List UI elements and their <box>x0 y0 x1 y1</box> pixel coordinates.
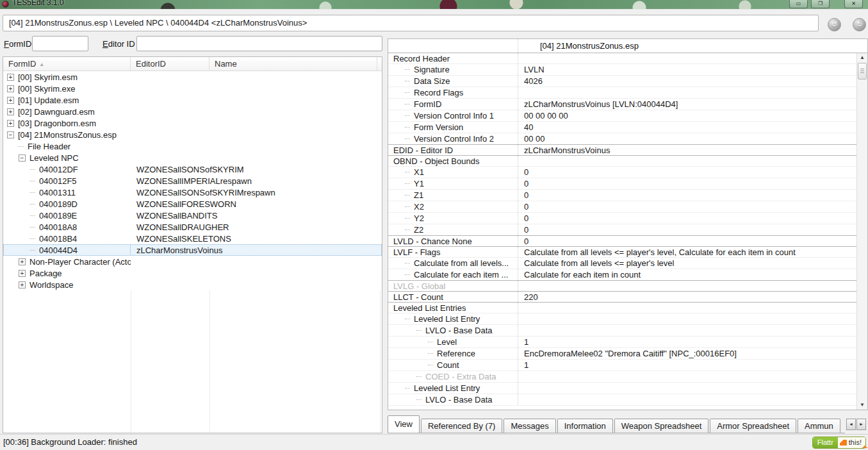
record-field-value[interactable] <box>518 371 867 382</box>
record-row[interactable]: Calculate from all levels...Calculate fr… <box>388 258 867 269</box>
tree-row[interactable]: 040018A8WZONESallDRAUGHER <box>3 221 382 233</box>
tree-row[interactable]: +Non-Player Character (Actor) <box>3 256 382 267</box>
record-scrollbar[interactable]: ▲ ▼ <box>856 53 867 410</box>
record-field-value[interactable] <box>518 87 867 98</box>
record-field-value[interactable]: 0 <box>518 190 867 201</box>
tree-row[interactable]: 040012F5WZONESallIMPERIALrespawn <box>3 175 382 187</box>
record-field-value[interactable]: 0 <box>518 167 867 178</box>
scroll-up-icon[interactable]: ▲ <box>857 54 867 60</box>
record-row[interactable]: EDID - Editor IDzLCharMonstrusVoinus <box>388 144 867 156</box>
collapse-icon[interactable]: − <box>7 131 14 138</box>
record-plugin-column-header[interactable]: [04] 21MonstrusZonus.esp <box>518 39 867 53</box>
flattr-button[interactable]: Flattr this! <box>812 437 866 449</box>
record-field-value[interactable]: Calculate from all levels <= player's le… <box>518 258 867 269</box>
record-row[interactable]: ReferenceEncDremoraMelee02 "Dremora Cait… <box>388 348 867 360</box>
record-field-value[interactable]: 0 <box>518 236 867 246</box>
tree-row[interactable]: +[00] Skyrim.esm <box>3 71 382 83</box>
column-header-editorid[interactable]: EditorID <box>131 57 209 71</box>
record-field-value[interactable] <box>518 156 867 166</box>
tab-referenced-by-7[interactable]: Referenced By (7) <box>421 419 503 433</box>
tab-scroll-left-icon[interactable]: ◄ <box>846 419 856 430</box>
record-field-value[interactable] <box>518 303 867 313</box>
tab-ammun[interactable]: Ammun <box>798 419 840 433</box>
tree-row[interactable]: +Worldspace <box>3 279 382 290</box>
record-field-value[interactable]: Calculate for each item in count <box>518 269 867 280</box>
tab-messages[interactable]: Messages <box>504 419 555 433</box>
tab-armor-spreadsheet[interactable]: Armor Spreadsheet <box>710 419 796 433</box>
expand-icon[interactable]: + <box>7 120 14 127</box>
record-field-value[interactable]: Calculate from all levels <= player's le… <box>518 247 867 257</box>
record-field-value[interactable]: LVLN <box>518 64 867 75</box>
expand-icon[interactable]: + <box>19 258 26 265</box>
record-row[interactable]: LVLF - FlagsCalculate from all levels <=… <box>388 246 867 258</box>
record-row[interactable]: FormIDzLCharMonstrusVoinus [LVLN:040044D… <box>388 99 867 110</box>
record-field-value[interactable]: 0 <box>518 224 867 235</box>
scrollbar-thumb[interactable] <box>858 63 867 79</box>
record-row[interactable]: Data Size4026 <box>388 76 867 87</box>
tree-row[interactable]: 0400189DWZONESallFORESWORN <box>3 198 382 210</box>
record-row[interactable]: SignatureLVLN <box>388 64 867 76</box>
record-row[interactable]: Version Control Info 100 00 00 00 <box>388 110 867 122</box>
tree-row-selected[interactable]: 040044D4zLCharMonstrusVoinus <box>3 244 382 256</box>
expand-icon[interactable]: + <box>7 108 14 115</box>
record-row[interactable]: Count1 <box>388 360 867 371</box>
record-field-value[interactable]: 4026 <box>518 76 867 87</box>
record-row[interactable]: Record Header <box>388 53 867 64</box>
tree-row[interactable]: 040018B4WZONESallSKELETONS <box>3 233 382 244</box>
record-field-value[interactable]: 40 <box>518 122 867 133</box>
record-field-value[interactable]: 220 <box>518 292 867 302</box>
record-field-value[interactable]: 00 00 00 00 <box>518 110 867 121</box>
forward-icon[interactable]: ↻ <box>853 18 866 31</box>
record-row[interactable]: Record Flags <box>388 87 867 99</box>
expand-icon[interactable]: + <box>7 74 14 81</box>
tree-row[interactable]: −Leveled NPC <box>3 152 382 163</box>
record-field-value[interactable]: 1 <box>518 360 867 371</box>
maximize-button[interactable]: ❐ <box>811 0 830 8</box>
tree-row[interactable]: File Header <box>3 140 382 152</box>
record-row[interactable]: Leveled List Entries <box>388 302 867 313</box>
record-row[interactable]: Y20 <box>388 213 867 224</box>
record-row[interactable]: Leveled List Entry <box>388 313 867 325</box>
column-header-name[interactable]: Name <box>209 57 377 71</box>
expand-icon[interactable]: + <box>19 270 26 277</box>
record-field-value[interactable] <box>518 313 867 324</box>
record-row[interactable]: X10 <box>388 167 867 178</box>
record-row[interactable]: X20 <box>388 201 867 213</box>
tree-row[interactable]: +[03] Dragonborn.esm <box>3 117 382 129</box>
record-field-value[interactable]: 1 <box>518 337 867 347</box>
record-row[interactable]: Calculate for each item ...Calculate for… <box>388 269 867 281</box>
record-field-value[interactable]: 0 <box>518 201 867 212</box>
tree-row[interactable]: +[02] Dawnguard.esm <box>3 106 382 117</box>
record-field-value[interactable] <box>518 325 867 336</box>
record-field-value[interactable]: zLCharMonstrusVoinus <box>518 145 867 155</box>
record-field-value[interactable] <box>518 281 867 291</box>
expand-icon[interactable]: + <box>19 281 26 288</box>
record-row[interactable]: LVLD - Chance None0 <box>388 235 867 247</box>
record-field-value[interactable]: zLCharMonstrusVoinus [LVLN:040044D4] <box>518 99 867 110</box>
tree-row[interactable]: +Package <box>3 267 382 279</box>
record-row[interactable]: Version Control Info 200 00 <box>388 133 867 145</box>
back-icon[interactable]: ↺ <box>828 18 841 31</box>
tree-row[interactable]: 04001311WZONESallSONSofSKYRIMrespawn <box>3 187 382 198</box>
record-row[interactable]: LLCT - Count220 <box>388 291 867 303</box>
close-button[interactable]: ✕ <box>844 0 863 8</box>
record-field-value[interactable]: 00 00 <box>518 133 867 144</box>
record-row[interactable]: Z20 <box>388 224 867 236</box>
record-row[interactable]: Z10 <box>388 190 867 201</box>
tree-row[interactable]: +[00] Skyrim.exe <box>3 83 382 94</box>
tree-row[interactable]: 0400189EWZONESallBANDITS <box>3 210 382 221</box>
expand-icon[interactable]: + <box>7 85 14 92</box>
editorid-input[interactable] <box>136 36 382 51</box>
record-field-value[interactable] <box>518 53 867 63</box>
tree-row[interactable]: +[01] Update.esm <box>3 94 382 106</box>
record-field-value[interactable] <box>518 383 867 394</box>
tab-view[interactable]: View <box>388 415 420 433</box>
formid-input[interactable] <box>32 36 88 51</box>
record-field-value[interactable]: 0 <box>518 178 867 189</box>
expand-icon[interactable]: + <box>7 97 14 104</box>
record-field-value[interactable]: 0 <box>518 213 867 224</box>
minimize-button[interactable]: ▭ <box>789 0 808 8</box>
record-row[interactable]: OBND - Object Bounds <box>388 155 867 167</box>
record-field-value[interactable] <box>518 394 867 405</box>
record-row[interactable]: LVLG - Global <box>388 280 867 292</box>
